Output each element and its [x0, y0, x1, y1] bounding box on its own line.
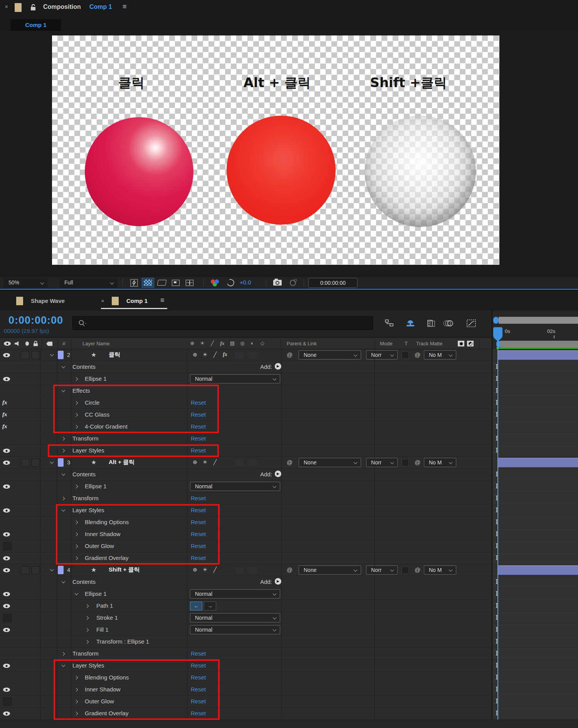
expander-chevron[interactable]: [75, 485, 78, 488]
lock-icon[interactable]: [30, 4, 36, 11]
visibility-eye-icon[interactable]: [3, 604, 10, 608]
visibility-eye-icon[interactable]: [3, 377, 10, 381]
mask-visibility-button[interactable]: [156, 278, 168, 288]
track-area[interactable]: I: [492, 516, 578, 528]
adjustment-switch-icon[interactable]: ◐: [247, 340, 257, 346]
path-direction-reverse-icon[interactable]: ←: [190, 602, 202, 610]
frame-blend-switch-icon[interactable]: ▤: [227, 340, 237, 346]
expander-chevron[interactable]: [86, 628, 89, 632]
visibility-eye-icon[interactable]: [3, 592, 10, 596]
visibility-eye-icon[interactable]: [3, 508, 10, 513]
layer-color-swatch[interactable]: [58, 351, 64, 359]
visibility-empty-box[interactable]: [3, 698, 12, 706]
threed-switch-icon[interactable]: ◇: [257, 340, 267, 346]
layer-switch-anchor[interactable]: ⊕: [190, 459, 200, 465]
track-matte-dropdown[interactable]: No M: [424, 565, 456, 575]
mode-column-header[interactable]: Mode: [380, 341, 393, 346]
property-row[interactable]: Ellipse 1NormalI: [0, 588, 578, 600]
property-row[interactable]: Ellipse 1NormalI: [0, 481, 578, 493]
track-area[interactable]: I: [492, 636, 578, 648]
add-play-icon[interactable]: ▶: [275, 578, 281, 585]
motion-blur-switch-icon[interactable]: ◎: [237, 340, 247, 346]
expander-chevron[interactable]: [50, 568, 54, 572]
panel-menu-icon[interactable]: ≡: [123, 3, 127, 11]
timeline-tab-comp1[interactable]: Comp 1: [126, 298, 148, 304]
layer-name[interactable]: Alt + 클릭: [109, 459, 134, 466]
layer-color-swatch[interactable]: [58, 458, 64, 467]
parent-dropdown[interactable]: None: [299, 350, 361, 360]
property-row[interactable]: Path 1←→I: [0, 600, 578, 612]
layer-duration-bar[interactable]: [497, 458, 578, 467]
visibility-eye-icon[interactable]: [3, 461, 10, 465]
label-column-icon[interactable]: [46, 341, 52, 346]
property-label[interactable]: Ellipse 1: [85, 483, 107, 489]
track-area[interactable]: I: [492, 481, 578, 493]
blend-mode-dropdown[interactable]: Norr: [366, 458, 398, 467]
timeline-tab-shape-wave[interactable]: Shape Wave: [31, 298, 65, 304]
track-area[interactable]: I: [492, 469, 578, 481]
expander-chevron[interactable]: [62, 652, 65, 656]
property-label[interactable]: Transform: [72, 495, 99, 501]
property-label[interactable]: Stroke 1: [96, 614, 118, 621]
track-area[interactable]: I: [492, 672, 578, 684]
show-snapshot-button[interactable]: [287, 278, 299, 288]
audio-switch-box[interactable]: [21, 566, 29, 574]
property-row[interactable]: TransformResetI: [0, 433, 578, 445]
switch-empty-box[interactable]: [247, 459, 257, 467]
track-area[interactable]: I: [492, 373, 578, 385]
layer-switch-slash[interactable]: ╱: [210, 351, 220, 358]
track-area[interactable]: [492, 457, 578, 469]
panel-close-icon[interactable]: ×: [5, 3, 8, 10]
property-row[interactable]: Ellipse 1NormalI: [0, 373, 578, 385]
property-row[interactable]: Stroke 1NormalI: [0, 612, 578, 624]
track-area[interactable]: I: [492, 660, 578, 672]
property-row[interactable]: TransformResetI: [0, 493, 578, 504]
layer-switch-sun[interactable]: ☀: [200, 351, 210, 358]
property-label[interactable]: Transform: [72, 435, 99, 442]
active-comp-name[interactable]: Comp 1: [89, 3, 112, 10]
layer-switch-slash[interactable]: ╱: [210, 567, 220, 573]
reset-link[interactable]: Reset: [191, 435, 206, 442]
parent-dropdown[interactable]: None: [299, 565, 361, 575]
solo-switch-box[interactable]: [32, 459, 40, 467]
audio-switch-box[interactable]: [21, 459, 29, 467]
solo-switch-box[interactable]: [32, 351, 40, 359]
motion-blur-button[interactable]: [442, 318, 455, 329]
track-area[interactable]: I: [492, 409, 578, 421]
blend-mode-dropdown[interactable]: Normal: [190, 482, 280, 491]
composition-flowchart-button[interactable]: [383, 318, 396, 329]
track-area[interactable]: I: [492, 624, 578, 636]
track-matte-dropdown[interactable]: No M: [424, 350, 456, 360]
track-area[interactable]: I: [492, 552, 578, 564]
take-snapshot-button[interactable]: [271, 278, 284, 288]
track-area[interactable]: I: [492, 576, 578, 588]
blend-mode-dropdown[interactable]: Normal: [190, 625, 280, 634]
layer-switch-anchor[interactable]: ⊕: [190, 567, 200, 573]
track-area[interactable]: I: [492, 397, 578, 409]
track-area[interactable]: [492, 349, 578, 361]
luma-matte-icon[interactable]: [467, 341, 474, 346]
expander-chevron[interactable]: [62, 580, 65, 584]
tab-close-icon[interactable]: ×: [101, 298, 104, 304]
track-area[interactable]: I: [492, 612, 578, 624]
graph-editor-button[interactable]: [465, 318, 478, 329]
viewer-tab-comp1[interactable]: Comp 1: [11, 19, 61, 31]
track-area[interactable]: I: [492, 528, 578, 540]
track-area[interactable]: I: [492, 600, 578, 612]
track-area[interactable]: I: [492, 421, 578, 433]
exposure-value[interactable]: +0.0: [240, 279, 251, 286]
number-column-header[interactable]: #: [62, 341, 65, 346]
solo-switch-box[interactable]: [32, 566, 40, 574]
current-time-display[interactable]: 0:00:00:00: [8, 314, 63, 326]
quality-switch-icon[interactable]: ╱: [207, 340, 217, 346]
visibility-eye-icon[interactable]: [3, 664, 10, 668]
switch-empty-box[interactable]: [247, 566, 257, 574]
visibility-empty-box[interactable]: [3, 542, 12, 550]
property-label[interactable]: Ellipse 1: [85, 375, 107, 382]
visibility-eye-icon[interactable]: [3, 353, 10, 357]
magnification-dropdown[interactable]: 50%: [4, 278, 48, 288]
expander-chevron[interactable]: [75, 377, 78, 381]
lock-column-icon[interactable]: [33, 341, 38, 346]
time-ruler-area[interactable]: 0s 02s: [492, 311, 578, 349]
layer-switch-sun[interactable]: ☀: [200, 567, 210, 573]
